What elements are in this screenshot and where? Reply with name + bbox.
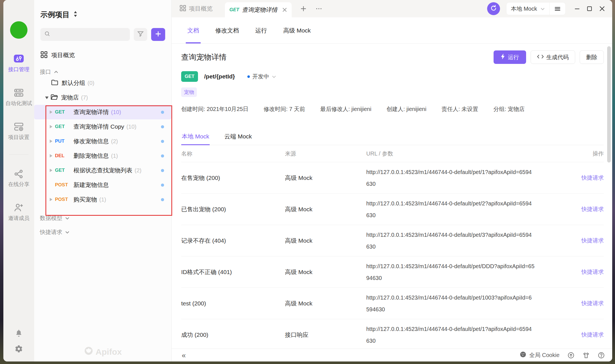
grid-icon bbox=[40, 51, 48, 60]
status-dot bbox=[161, 125, 164, 128]
section-data-models[interactable]: 数据模型 bbox=[34, 214, 171, 222]
sync-button[interactable] bbox=[487, 2, 500, 15]
code-icon bbox=[537, 54, 544, 61]
theme-tshirt-icon[interactable] bbox=[582, 352, 590, 359]
quick-request-link[interactable]: 快捷请求 bbox=[581, 237, 604, 244]
meta-creator: 创建人: jienijieni bbox=[386, 105, 426, 113]
tab-cloud-mock[interactable]: 云端 Mock bbox=[224, 130, 252, 145]
delete-button[interactable]: 删除 bbox=[580, 50, 604, 64]
rail-item-online-share[interactable]: 在线分享 bbox=[8, 170, 29, 188]
case-count: (2) bbox=[111, 138, 118, 145]
mock-source: 高级 Mock bbox=[285, 174, 366, 182]
quick-request-link[interactable]: 快捷请求 bbox=[581, 331, 604, 338]
apifox-logo-icon bbox=[84, 346, 93, 358]
mock-url: http://127.0.0.1:4523/m1/446744-0-defaul… bbox=[366, 198, 546, 221]
rail-item-project-settings[interactable]: 项目设置 bbox=[8, 122, 29, 141]
folder-name: 默认分组 bbox=[62, 79, 85, 87]
caret-right-icon[interactable] bbox=[47, 168, 54, 172]
mock-name: 已售出宠物 (200) bbox=[181, 205, 285, 213]
minimize-icon[interactable] bbox=[574, 6, 580, 12]
project-title[interactable]: 示例项目 bbox=[40, 10, 70, 20]
caret-right-icon[interactable] bbox=[47, 125, 54, 129]
avatar[interactable] bbox=[10, 21, 27, 39]
api-tree-item[interactable]: POST 新建宠物信息 bbox=[34, 178, 171, 192]
api-management-icon bbox=[13, 54, 24, 63]
section-api-header[interactable]: 接口 bbox=[34, 68, 171, 76]
chevron-down-icon bbox=[65, 215, 70, 221]
run-button[interactable]: 运行 bbox=[494, 50, 526, 64]
plus-icon bbox=[155, 31, 162, 38]
tab-project-overview[interactable]: 项目概览 bbox=[179, 5, 213, 13]
api-tag[interactable]: 宠物 bbox=[181, 87, 197, 97]
mock-table: 名称 来源 URL / 参数 操作 在售宠物 (200) 高级 Mock htt… bbox=[181, 145, 604, 349]
upgrade-arrow-icon[interactable] bbox=[567, 352, 575, 359]
main-area: 项目概览 GET 查询宠物详情 bbox=[172, 0, 612, 361]
col-url: URL / 参数 bbox=[366, 150, 562, 157]
api-name: 查询宠物详情 Copy bbox=[73, 123, 124, 131]
mock-url: http://127.0.0.1:4523/m1/446744-0-defaul… bbox=[366, 260, 546, 284]
tab-local-mock[interactable]: 本地 Mock bbox=[181, 130, 210, 145]
tab-active-api-doc[interactable]: GET 查询宠物详情 bbox=[225, 2, 292, 17]
sidebar-item-project-overview[interactable]: 项目概览 bbox=[34, 50, 171, 60]
generate-code-button[interactable]: 生成代码 bbox=[531, 50, 575, 64]
caret-right-icon[interactable] bbox=[47, 110, 54, 114]
global-cookie-button[interactable]: 全局 Cookie bbox=[520, 351, 559, 359]
folder-pet-store[interactable]: 宠物店 (7) bbox=[34, 90, 171, 105]
menu-hamburger-icon[interactable] bbox=[550, 5, 565, 12]
rail-item-automated-test[interactable]: 自动化测试 bbox=[6, 88, 32, 107]
vertical-scrollbar[interactable] bbox=[607, 46, 611, 163]
chevron-up-icon bbox=[54, 69, 58, 75]
collapse-sidebar-icon[interactable]: « bbox=[182, 352, 186, 359]
api-tree-item[interactable]: GET 根据状态查找宠物列表 (2) bbox=[34, 163, 171, 178]
add-button[interactable] bbox=[151, 28, 165, 41]
quick-request-link[interactable]: 快捷请求 bbox=[581, 175, 604, 181]
api-tree-item[interactable]: POST 购买宠物 (1) bbox=[34, 192, 171, 207]
rail-item-invite-member[interactable]: 邀请成员 bbox=[8, 203, 29, 222]
notifications-bell-icon[interactable] bbox=[15, 329, 23, 337]
more-tabs-icon[interactable] bbox=[315, 5, 323, 12]
case-count: (1) bbox=[111, 153, 118, 159]
filter-button[interactable] bbox=[134, 28, 147, 41]
mock-table-row: test (200) 高级 Mock http://127.0.0.1:4523… bbox=[181, 288, 604, 319]
settings-gear-icon[interactable] bbox=[15, 345, 23, 353]
search-box[interactable] bbox=[40, 28, 130, 41]
mock-table-row: 记录不存在 (404) 高级 Mock http://127.0.0.1:452… bbox=[181, 225, 604, 256]
environment-value: 本地 Mock bbox=[511, 5, 537, 13]
method-badge: GET bbox=[55, 109, 72, 115]
mock-url: http://127.0.0.1:4523/m1/446744-0-defaul… bbox=[366, 292, 546, 315]
tab-run[interactable]: 运行 bbox=[255, 17, 267, 43]
tab-title: 查询宠物详情 bbox=[242, 6, 277, 14]
tab-edit-doc[interactable]: 修改文档 bbox=[215, 17, 239, 43]
tab-doc[interactable]: 文档 bbox=[187, 17, 199, 43]
project-switch-icon[interactable] bbox=[73, 11, 78, 18]
section-label: 数据模型 bbox=[40, 214, 62, 222]
folder-default-group[interactable]: 默认分组 (0) bbox=[34, 76, 171, 90]
caret-right-icon[interactable] bbox=[47, 139, 54, 143]
rail-item-api-management[interactable]: 接口管理 bbox=[8, 54, 29, 73]
caret-right-icon[interactable] bbox=[47, 198, 54, 201]
new-tab-button[interactable] bbox=[300, 5, 307, 12]
close-tab-icon[interactable] bbox=[282, 7, 287, 12]
close-window-icon[interactable] bbox=[599, 5, 605, 12]
tab-advanced-mock[interactable]: 高级 Mock bbox=[283, 17, 311, 43]
environment-select[interactable]: 本地 Mock bbox=[506, 5, 549, 13]
api-tree-item[interactable]: GET 查询宠物详情 Copy (10) bbox=[34, 119, 171, 134]
quick-request-link[interactable]: 快捷请求 bbox=[581, 300, 604, 306]
status-select[interactable]: 开发中 bbox=[247, 73, 276, 80]
help-icon[interactable] bbox=[598, 352, 605, 359]
api-tree-item[interactable]: DEL 删除宠物信息 (1) bbox=[34, 149, 171, 163]
caret-right-icon[interactable] bbox=[47, 154, 54, 158]
rail-item-label: 项目设置 bbox=[8, 134, 29, 141]
mock-name: 记录不存在 (404) bbox=[181, 237, 285, 245]
api-tree-item[interactable]: PUT 修改宠物信息 (2) bbox=[34, 134, 171, 149]
api-tree-item[interactable]: GET 查询宠物详情 (10) bbox=[34, 105, 171, 119]
chevron-down-icon bbox=[272, 73, 276, 80]
caret-down-icon[interactable] bbox=[43, 96, 50, 99]
section-quick-request[interactable]: 快捷请求 bbox=[34, 228, 171, 236]
quick-request-link[interactable]: 快捷请求 bbox=[581, 206, 604, 212]
case-count: (10) bbox=[126, 124, 137, 130]
quick-request-link[interactable]: 快捷请求 bbox=[581, 269, 604, 275]
api-meta-row: 创建时间: 2021年10月25日 修改时间: 7 天前 最后修改人: jien… bbox=[181, 105, 604, 113]
search-input[interactable] bbox=[53, 31, 126, 38]
maximize-icon[interactable] bbox=[586, 6, 593, 12]
